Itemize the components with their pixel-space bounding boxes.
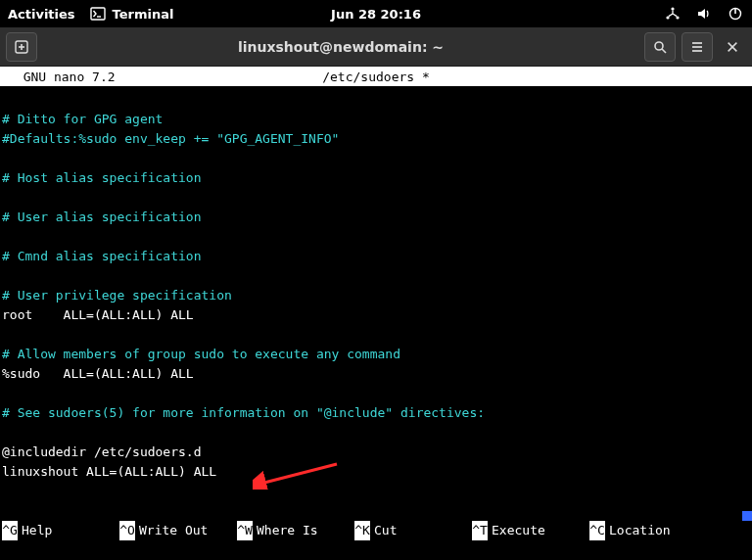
file-line: linuxshout ALL=(ALL:ALL) ALL [2, 462, 750, 482]
svg-point-10 [655, 42, 663, 50]
current-app-indicator[interactable]: Terminal [89, 5, 174, 23]
file-line: # Allow members of group sudo to execute… [2, 345, 750, 364]
terminal-icon [89, 5, 107, 23]
activities-button[interactable]: Activities [8, 7, 75, 22]
window-title: linuxshout@newdomain: ~ [43, 39, 638, 55]
gnome-top-bar: Activities Terminal Jun 28 20:16 [0, 0, 752, 27]
file-line: #Defaults:%sudo env_keep += "GPG_AGENT_I… [2, 129, 750, 149]
nano-shortcut-bar: ^GHelp^OWrite Out^WWhere Is^KCut^TExecut… [0, 482, 752, 521]
current-app-label: Terminal [113, 7, 174, 22]
file-line: root ALL=(ALL:ALL) ALL [2, 305, 750, 325]
shortcut-help: ^GHelp [2, 521, 119, 540]
shortcut-write-out: ^OWrite Out [119, 521, 237, 540]
search-button[interactable] [644, 32, 676, 62]
file-line [2, 188, 750, 208]
file-line: # Cmnd alias specification [2, 247, 750, 266]
network-icon[interactable] [664, 5, 682, 23]
terminal-header: linuxshout@newdomain: ~ [0, 27, 752, 67]
file-line [2, 384, 750, 403]
new-tab-button[interactable] [6, 32, 37, 62]
svg-line-11 [662, 49, 666, 53]
file-line [2, 266, 750, 286]
svg-rect-0 [91, 8, 105, 20]
file-line [2, 227, 750, 247]
file-line [2, 423, 750, 443]
terminal-body[interactable]: # Ditto for GPG agent#Defaults:%sudo env… [0, 86, 752, 521]
nano-version: GNU nano 7.2 [8, 70, 223, 84]
svg-point-2 [671, 7, 674, 10]
shortcut-location: ^CLocation [589, 521, 707, 540]
nano-filename: /etc/sudoers * [322, 70, 430, 84]
file-line [2, 90, 750, 110]
nano-title-bar: GNU nano 7.2 /etc/sudoers * [0, 67, 752, 86]
file-line: # User privilege specification [2, 286, 750, 305]
power-icon[interactable] [727, 5, 744, 23]
file-line: %sudo ALL=(ALL:ALL) ALL [2, 364, 750, 384]
file-line [2, 149, 750, 168]
file-line: @includedir /etc/sudoers.d [2, 443, 750, 462]
file-line: # User alias specification [2, 208, 750, 227]
shortcut-where-is: ^WWhere Is [237, 521, 354, 540]
shortcut-cut: ^KCut [354, 521, 472, 540]
file-line [2, 325, 750, 345]
file-line: # See sudoers(5) for more information on… [2, 403, 750, 423]
file-line: # Ditto for GPG agent [2, 110, 750, 129]
shortcut-execute: ^TExecute [472, 521, 589, 540]
volume-icon[interactable] [695, 5, 713, 23]
hamburger-menu-button[interactable] [682, 32, 713, 62]
resize-corner-icon [742, 511, 752, 521]
file-line: # Host alias specification [2, 168, 750, 188]
close-button[interactable] [719, 32, 746, 62]
clock[interactable]: Jun 28 20:16 [331, 7, 421, 22]
